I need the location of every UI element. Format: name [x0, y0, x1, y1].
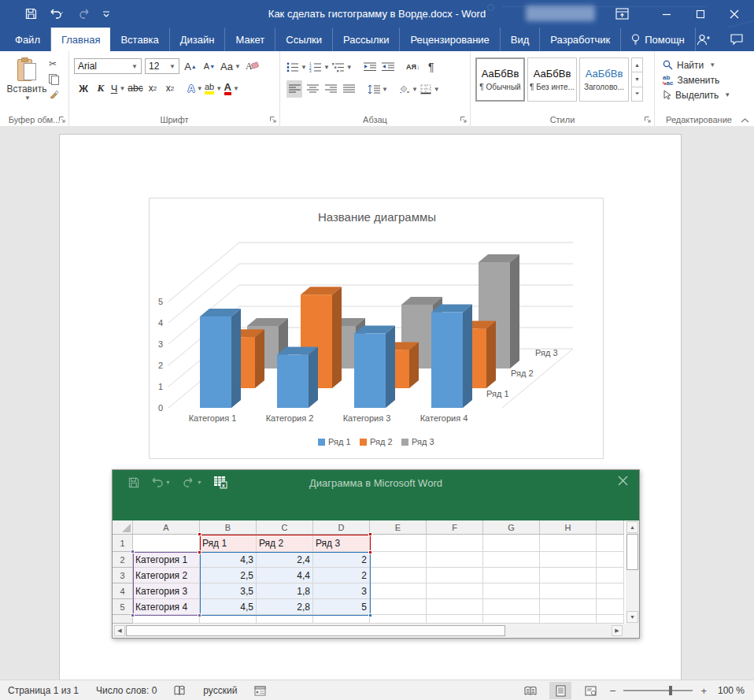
tab-разработчик[interactable]: Разработчик: [540, 28, 621, 51]
cell-H1[interactable]: [540, 535, 597, 552]
bold-button[interactable]: Ж: [76, 80, 91, 97]
show-paragraph-marks-button[interactable]: ¶: [423, 58, 439, 76]
tab-макет[interactable]: Макет: [225, 28, 275, 51]
cell-G1[interactable]: [483, 535, 540, 552]
proofing-icon[interactable]: [174, 685, 186, 696]
cell-A5[interactable]: Категория 4: [133, 599, 200, 615]
range-handle[interactable]: [368, 613, 372, 617]
cell-C5[interactable]: 2,8: [257, 599, 313, 615]
sort-button[interactable]: АЯ↓: [405, 58, 421, 76]
column-header-partial[interactable]: [597, 520, 624, 535]
scroll-down-icon[interactable]: ▼: [626, 611, 638, 623]
tab-ссылки[interactable]: Ссылки: [275, 28, 333, 51]
cell-partial[interactable]: [313, 615, 370, 624]
numbered-list-button[interactable]: 123▼: [309, 58, 330, 76]
decrease-indent-button[interactable]: [362, 58, 378, 76]
superscript-button[interactable]: x2: [162, 80, 178, 97]
tab-дизайн[interactable]: Дизайн: [170, 28, 226, 51]
cell-H3[interactable]: [540, 568, 597, 583]
find-button[interactable]: Найти▼: [655, 57, 743, 72]
format-painter-icon[interactable]: [49, 89, 59, 99]
font-dialog-launcher-icon[interactable]: [269, 116, 277, 124]
tab-вставка[interactable]: Вставка: [110, 28, 169, 51]
row-header-5[interactable]: 5: [113, 599, 133, 615]
web-layout-button[interactable]: [579, 682, 601, 699]
cell-H5[interactable]: [540, 599, 597, 615]
chart-object[interactable]: 012345Название диаграммыКатегория 1Катег…: [149, 198, 604, 459]
column-header-A[interactable]: A: [133, 520, 200, 535]
cell-partial[interactable]: [483, 615, 540, 624]
column-header-H[interactable]: H: [540, 520, 597, 535]
copy-icon[interactable]: [49, 74, 58, 84]
vertical-scrollbar[interactable]: ▲ ▼: [626, 520, 639, 624]
cell-F1[interactable]: [427, 535, 483, 552]
cell-B3[interactable]: 2,5: [200, 568, 257, 583]
row-header-2[interactable]: 2: [113, 552, 133, 568]
excel-sheet[interactable]: ABCDEFGH1Ряд 1Ряд 2Ряд 32Категория 14,32…: [113, 520, 639, 638]
clear-formatting-button[interactable]: A: [244, 57, 260, 75]
cell-D4[interactable]: 3: [313, 583, 370, 599]
paragraph-dialog-launcher-icon[interactable]: [460, 116, 468, 124]
cell-C2[interactable]: 2,4: [257, 552, 313, 568]
zoom-out-button[interactable]: −: [609, 684, 615, 697]
cell-E3[interactable]: [370, 568, 427, 583]
cell-x4[interactable]: [597, 583, 624, 599]
cell-B1[interactable]: Ряд 1: [200, 535, 257, 552]
cell-F2[interactable]: [427, 552, 483, 568]
align-right-button[interactable]: [323, 80, 338, 98]
cell-F5[interactable]: [427, 599, 483, 615]
collapse-ribbon-icon[interactable]: [741, 117, 749, 124]
select-all-corner[interactable]: [113, 520, 133, 535]
maximize-icon[interactable]: [693, 7, 708, 21]
shading-button[interactable]: ▼: [397, 80, 418, 98]
cell-A1[interactable]: [133, 535, 200, 552]
cell-B4[interactable]: 3,5: [200, 583, 257, 599]
cell-A2[interactable]: Категория 1: [133, 552, 200, 568]
cell-partial[interactable]: [200, 615, 257, 624]
ribbon-display-options-icon[interactable]: [615, 7, 629, 21]
cell-x5[interactable]: [597, 599, 624, 615]
strikethrough-button[interactable]: abc: [128, 80, 143, 97]
cell-partial[interactable]: [597, 615, 624, 624]
vertical-scroll-thumb[interactable]: [626, 534, 638, 570]
cell-D1[interactable]: Ряд 3: [313, 535, 370, 552]
range-handle[interactable]: [131, 613, 135, 617]
cell-partial[interactable]: [257, 615, 313, 624]
clipboard-dialog-launcher-icon[interactable]: [58, 116, 66, 124]
cell-F3[interactable]: [427, 568, 483, 583]
document-page[interactable]: 012345Название диаграммыКатегория 1Катег…: [59, 134, 682, 680]
close-icon[interactable]: [727, 7, 741, 21]
macro-recording-icon[interactable]: [254, 686, 266, 696]
cell-C3[interactable]: 4,4: [257, 568, 313, 583]
minimize-icon[interactable]: [660, 7, 674, 21]
cell-B2[interactable]: 4,3: [200, 552, 257, 568]
row-header-4[interactable]: 4: [113, 583, 133, 599]
increase-indent-button[interactable]: [380, 58, 396, 76]
align-center-button[interactable]: [305, 80, 320, 98]
read-mode-button[interactable]: [519, 682, 541, 699]
range-handle[interactable]: [368, 550, 372, 554]
cell-G3[interactable]: [483, 568, 540, 583]
tab-рассылки[interactable]: Рассылки: [333, 28, 400, 51]
justify-button[interactable]: [341, 80, 357, 98]
cell-C1[interactable]: Ряд 2: [257, 535, 313, 552]
close-icon[interactable]: [618, 476, 628, 486]
column-header-F[interactable]: F: [427, 520, 483, 535]
cell-H2[interactable]: [540, 552, 597, 568]
cell-C4[interactable]: 1,8: [257, 583, 313, 599]
styles-dialog-launcher-icon[interactable]: [644, 116, 652, 124]
cell-x3[interactable]: [597, 568, 624, 583]
cell-x1[interactable]: [597, 535, 624, 552]
cell-D2[interactable]: 2: [313, 552, 370, 568]
column-header-C[interactable]: C: [257, 520, 313, 535]
tab-вид[interactable]: Вид: [501, 28, 541, 51]
redo-icon[interactable]: [78, 9, 91, 20]
borders-button[interactable]: ▼: [420, 80, 440, 98]
row-header-3[interactable]: 3: [113, 568, 133, 583]
highlight-color-button[interactable]: ab▼: [205, 80, 222, 97]
column-header-E[interactable]: E: [370, 520, 427, 535]
tab-help[interactable]: Помощн: [621, 28, 696, 51]
cell-G5[interactable]: [483, 599, 540, 615]
cell-partial[interactable]: [370, 615, 427, 624]
font-color-button[interactable]: А▼: [224, 80, 239, 97]
